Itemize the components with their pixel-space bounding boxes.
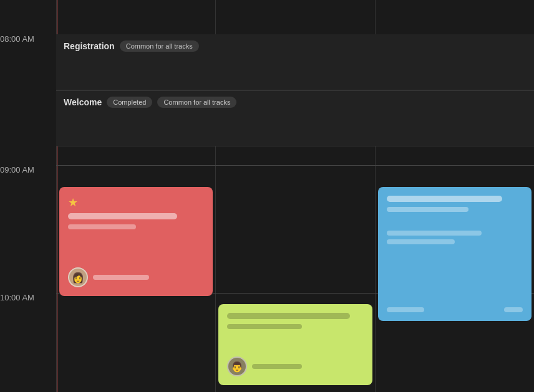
red-speaker-avatar: 👩 — [68, 267, 88, 287]
blue-text-line-1 — [387, 231, 482, 236]
time-label-10am: 10:00 AM — [0, 293, 34, 302]
green-speaker-name — [252, 364, 302, 369]
red-speaker-name — [93, 275, 149, 280]
green-session-card[interactable]: 👨 — [218, 304, 372, 385]
welcome-badge-common: Common for all tracks — [157, 97, 236, 108]
red-title-line — [68, 213, 177, 219]
red-avatar-row: 👩 — [68, 267, 149, 287]
time-label-8am: 08:00 AM — [0, 34, 34, 44]
red-subtitle-line — [68, 224, 136, 229]
welcome-block-inner: Welcome Completed Common for all tracks — [56, 90, 534, 114]
time-label-9am: 09:00 AM — [0, 165, 34, 174]
blue-text-line-2 — [387, 239, 455, 244]
blue-session-card[interactable] — [378, 187, 532, 321]
tracks-area: Registration Common for all tracks Welco… — [56, 0, 534, 392]
star-icon: ★ — [68, 196, 204, 209]
blue-footer-right — [504, 307, 523, 312]
blue-title-line — [387, 196, 503, 202]
registration-badge-1: Common for all tracks — [120, 41, 199, 52]
blue-subtitle-line — [387, 207, 468, 212]
time-column: 08:00 AM 09:00 AM 10:00 AM — [0, 0, 56, 392]
registration-block[interactable]: Registration Common for all tracks — [56, 34, 534, 90]
divider-registration-welcome — [56, 90, 534, 91]
red-session-card[interactable]: ★ 👩 — [59, 187, 213, 296]
registration-block-inner: Registration Common for all tracks — [56, 34, 534, 58]
green-speaker-avatar: 👨 — [227, 356, 247, 376]
welcome-block[interactable]: Welcome Completed Common for all tracks — [56, 90, 534, 146]
registration-title: Registration — [64, 41, 115, 51]
green-subtitle-line — [227, 324, 302, 329]
welcome-badge-completed: Completed — [107, 97, 152, 108]
blue-footer-left — [387, 307, 424, 312]
green-avatar-row: 👨 — [227, 356, 302, 376]
welcome-title: Welcome — [64, 97, 102, 107]
green-title-line — [227, 313, 349, 319]
schedule-container: 08:00 AM 09:00 AM 10:00 AM Registration … — [0, 0, 534, 392]
divider-9am — [56, 165, 534, 166]
